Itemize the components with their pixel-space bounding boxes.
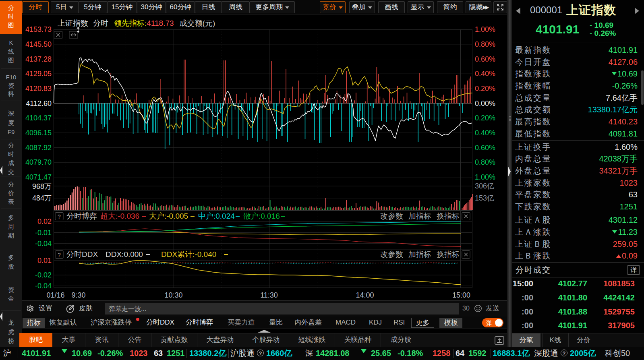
- svg-text:0.80%: 0.80%: [475, 158, 495, 166]
- svg-text:4112.60: 4112.60: [26, 99, 52, 108]
- svg-text:上证指数分时领先指标:4118.73成交额(元): 上证指数分时领先指标:4118.73成交额(元): [58, 19, 215, 27]
- svg-text:-0.02: -0.02: [35, 271, 52, 279]
- svg-text:4104.37: 4104.37: [25, 114, 52, 122]
- svg-text:-0.04: -0.04: [35, 240, 52, 248]
- svg-text:484万: 484万: [32, 194, 52, 202]
- svg-text:分时博弈: 分时博弈: [66, 212, 97, 220]
- svg-text:DDX累计:-0.040: DDX累计:-0.040: [161, 250, 216, 259]
- svg-text:1.00%: 1.00%: [475, 173, 495, 181]
- svg-text:加指标: 加指标: [408, 212, 431, 220]
- svg-text:0.80%: 0.80%: [475, 40, 495, 48]
- svg-text:加指标: 加指标: [408, 250, 431, 259]
- svg-text:968万: 968万: [32, 182, 52, 190]
- svg-text:换指标: 换指标: [437, 212, 460, 220]
- svg-text:4137.28: 4137.28: [25, 55, 52, 63]
- svg-text:0.01: 0.01: [37, 257, 52, 265]
- svg-text:散户:0.016: 散户:0.016: [243, 212, 280, 220]
- svg-text:超大:-0.036: 超大:-0.036: [100, 212, 139, 220]
- svg-text:0.60%: 0.60%: [475, 55, 495, 63]
- svg-text:中户:0.024: 中户:0.024: [198, 212, 235, 220]
- svg-text:分时DDX: 分时DDX: [66, 250, 98, 259]
- svg-text:4129.05: 4129.05: [25, 70, 52, 78]
- svg-text:0.00%: 0.00%: [475, 99, 495, 108]
- svg-text:改参数: 改参数: [380, 250, 403, 259]
- svg-text:DDX:0.000: DDX:0.000: [106, 250, 143, 259]
- svg-text:10:30: 10:30: [164, 291, 182, 299]
- svg-text:-0.01: -0.01: [35, 229, 52, 237]
- svg-text:4079.70: 4079.70: [25, 158, 52, 166]
- svg-text:0.20%: 0.20%: [475, 85, 495, 93]
- svg-text:换指标: 换指标: [437, 250, 460, 259]
- svg-text:4145.50: 4145.50: [25, 40, 52, 48]
- svg-text:?: ?: [58, 252, 61, 258]
- svg-text:4087.92: 4087.92: [25, 144, 52, 152]
- svg-text:306亿: 306亿: [475, 182, 494, 190]
- svg-text:4071.47: 4071.47: [25, 173, 52, 181]
- svg-text:01/16: 01/16: [46, 291, 64, 299]
- svg-text:14:00: 14:00: [356, 291, 374, 299]
- svg-text:15:00: 15:00: [452, 291, 470, 299]
- svg-text:4120.83: 4120.83: [25, 85, 52, 93]
- svg-text:?: ?: [58, 213, 61, 220]
- svg-text:0.02: 0.02: [37, 217, 52, 226]
- svg-text:-0.04: -0.04: [35, 282, 52, 290]
- svg-text:0.40%: 0.40%: [475, 70, 495, 78]
- svg-text:0.20%: 0.20%: [475, 114, 495, 122]
- svg-text:0.40%: 0.40%: [475, 129, 495, 137]
- svg-text:11:30: 11:30: [260, 291, 278, 299]
- svg-text:0.60%: 0.60%: [475, 144, 495, 152]
- svg-text:9:30: 9:30: [71, 291, 85, 299]
- svg-text:大户:-0.005: 大户:-0.005: [149, 212, 188, 220]
- svg-text:4096.15: 4096.15: [25, 129, 52, 137]
- svg-text:1.00%: 1.00%: [475, 25, 495, 33]
- svg-text:改参数: 改参数: [380, 212, 403, 220]
- svg-text:153亿: 153亿: [475, 194, 494, 202]
- svg-text:4153.73: 4153.73: [25, 25, 52, 33]
